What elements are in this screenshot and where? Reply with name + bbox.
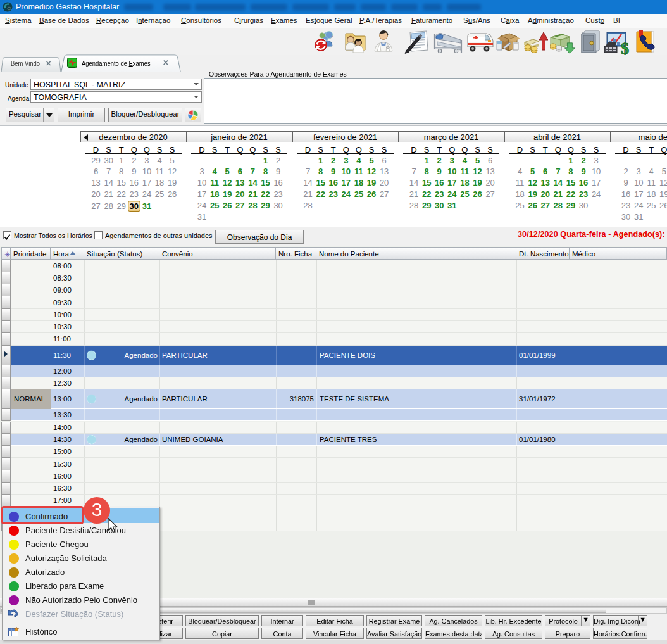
svg-text:$: $ bbox=[621, 39, 629, 55]
